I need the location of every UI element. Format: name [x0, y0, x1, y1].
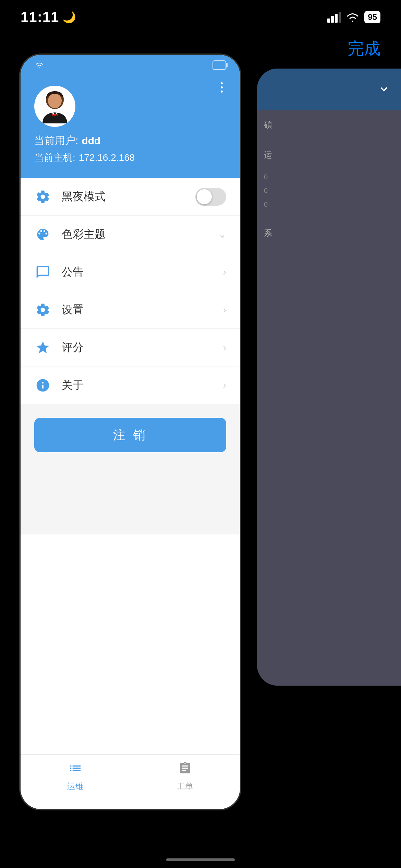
right-chevron-down-icon	[377, 82, 391, 96]
svg-point-5	[48, 93, 62, 108]
tab-bar: 运维 工单	[21, 754, 240, 809]
logout-section: 注 销	[21, 404, 240, 466]
logout-button[interactable]: 注 销	[34, 418, 226, 452]
menu-list: 黑夜模式 色彩主题 ⌄	[21, 178, 240, 809]
profile-header: 当前用户: ddd 当前主机: 172.16.2.168	[21, 75, 240, 178]
right-overlay-content: 碩 运 0 0 0 系	[257, 110, 401, 248]
dark-mode-toggle[interactable]	[195, 188, 226, 206]
status-bar: 11:11 🌙 95	[0, 0, 401, 34]
battery-level: 95	[364, 11, 380, 23]
svg-point-6	[54, 114, 56, 116]
arrow-right-icon: ›	[223, 267, 226, 278]
hostname: 172.16.2.168	[79, 152, 135, 163]
avatar	[34, 86, 75, 127]
menu-item-announcement[interactable]: 公告 ›	[21, 253, 240, 291]
right-app-overlay: 碩 运 0 0 0 系	[257, 69, 401, 686]
bottom-spacer	[21, 466, 240, 534]
menu-item-settings[interactable]: 设置 ›	[21, 291, 240, 329]
done-button[interactable]: 完成	[348, 38, 380, 60]
phone-status-bar: 10:30	[21, 55, 240, 75]
palette-icon	[34, 226, 51, 243]
chevron-down-icon: ⌄	[218, 229, 226, 240]
tab-ops-label: 运维	[67, 781, 84, 792]
settings-label: 设置	[62, 302, 223, 317]
chat-icon	[34, 264, 51, 281]
user-info-row: 当前用户: ddd	[34, 134, 226, 148]
phone-status-left	[34, 61, 45, 69]
clipboard-icon	[178, 761, 192, 778]
host-info-row: 当前主机: 172.16.2.168	[34, 151, 226, 164]
tab-workorder-label: 工单	[177, 781, 193, 792]
info-icon	[34, 377, 51, 394]
status-icons: 95	[327, 11, 380, 23]
more-options-button[interactable]	[217, 79, 226, 96]
dark-mode-label: 黑夜模式	[62, 189, 195, 204]
toggle-knob	[197, 189, 212, 204]
list-icon	[69, 761, 82, 778]
tab-workorder[interactable]: 工单	[130, 761, 240, 792]
phone-content: 当前用户: ddd 当前主机: 172.16.2.168 黑夜模式	[21, 75, 240, 809]
current-host-label: 当前主机:	[34, 151, 75, 164]
settings-icon	[34, 301, 51, 318]
inner-wifi-icon	[34, 61, 45, 69]
wifi-icon	[345, 11, 360, 23]
menu-section: 黑夜模式 色彩主题 ⌄	[21, 178, 240, 404]
avatar-image	[34, 86, 75, 127]
settings-arrow-icon: ›	[223, 304, 226, 315]
menu-item-color-theme[interactable]: 色彩主题 ⌄	[21, 216, 240, 253]
about-label: 关于	[62, 378, 223, 393]
menu-item-about[interactable]: 关于 ›	[21, 366, 240, 404]
svg-rect-0	[327, 19, 330, 23]
gear-icon	[34, 188, 51, 205]
inner-battery-icon	[212, 60, 226, 70]
home-indicator	[166, 858, 235, 861]
rating-label: 评分	[62, 340, 223, 355]
current-user-label: 当前用户:	[34, 134, 78, 148]
moon-icon: 🌙	[62, 11, 76, 24]
star-icon	[34, 339, 51, 356]
announcement-label: 公告	[62, 265, 223, 280]
rating-arrow-icon: ›	[223, 342, 226, 353]
menu-item-rating[interactable]: 评分 ›	[21, 329, 240, 366]
about-arrow-icon: ›	[223, 380, 226, 391]
phone-frame: 10:30	[21, 55, 240, 809]
signal-icon	[327, 12, 341, 23]
menu-item-dark-mode[interactable]: 黑夜模式	[21, 178, 240, 216]
svg-rect-3	[339, 12, 341, 23]
color-theme-label: 色彩主题	[62, 227, 218, 242]
svg-rect-2	[335, 14, 338, 23]
username: ddd	[82, 135, 100, 147]
tab-ops[interactable]: 运维	[21, 761, 130, 792]
status-time: 11:11	[21, 9, 59, 25]
svg-rect-1	[331, 16, 334, 23]
